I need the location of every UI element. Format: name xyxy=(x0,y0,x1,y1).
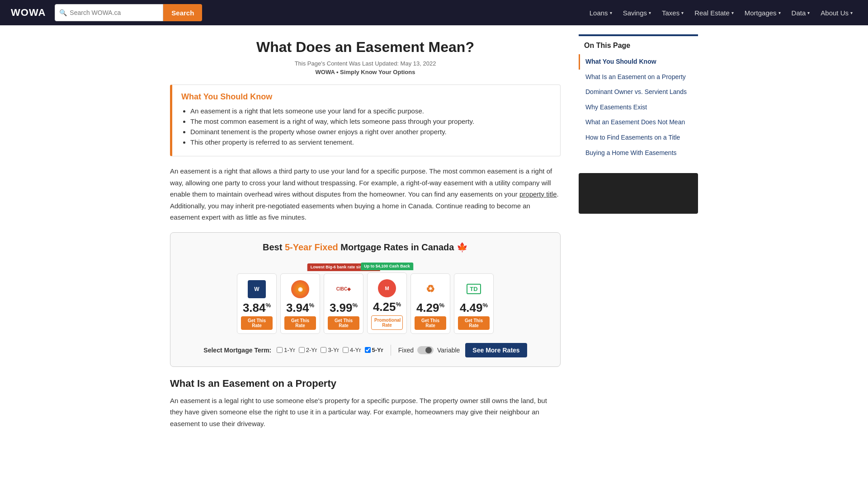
navbar: WOWA 🔍 Search Loans ▾Savings ▾Taxes ▾Rea… xyxy=(0,0,868,25)
nav-item-savings[interactable]: Savings ▾ xyxy=(618,5,656,20)
rate-btn-0[interactable]: Get This Rate xyxy=(241,316,273,330)
rates-controls: Select Mortgage Term: 1-Yr2-Yr3-Yr4-Yr5-… xyxy=(179,343,551,357)
rate-btn-2[interactable]: Get This Rate xyxy=(328,316,359,330)
rate-number-3: 4.25% xyxy=(373,301,401,313)
rate-card-wrapper-2: Lowest Big-6 bank rate since 2022CIBC◆3.… xyxy=(324,273,363,334)
rate-card-wrapper-4: ♻4.29%Get This Rate xyxy=(410,273,450,334)
toc-item-4[interactable]: What an Easement Does Not Mean xyxy=(579,115,698,130)
rates-cards: W3.84%Get This Rate◉3.94%Get This RateLo… xyxy=(179,262,551,334)
toggle-switch[interactable] xyxy=(417,346,434,354)
toc-item-3[interactable]: Why Easements Exist xyxy=(579,100,698,115)
info-bullet: An easement is a right that lets someone… xyxy=(190,107,551,115)
search-input[interactable] xyxy=(55,4,163,21)
toc-list: What You Should KnowWhat Is an Easement … xyxy=(579,54,698,160)
see-more-rates-button[interactable]: See More Rates xyxy=(465,343,527,357)
rates-box: Best 5-Year Fixed Mortgage Rates in Cana… xyxy=(170,232,561,367)
term-checkbox-2-Yr[interactable] xyxy=(299,347,305,353)
rate-card-4: ♻4.29%Get This Rate xyxy=(410,273,450,334)
nav-item-real-estate[interactable]: Real Estate ▾ xyxy=(690,5,738,20)
info-box-bullets: An easement is a right that lets someone… xyxy=(181,107,551,146)
card-logo-0: W xyxy=(247,279,267,299)
rate-number-4: 4.29% xyxy=(416,302,444,314)
sidebar-ad xyxy=(579,173,698,214)
rate-btn-4[interactable]: Get This Rate xyxy=(415,316,446,330)
on-this-page: On This Page What You Should KnowWhat Is… xyxy=(579,34,698,166)
rate-card-1: ◉3.94%Get This Rate xyxy=(280,273,320,334)
info-box: What You Should Know An easement is a ri… xyxy=(170,84,561,156)
rate-btn-5[interactable]: Get This Rate xyxy=(458,316,490,330)
info-bullet: Dominant tenement is the property whose … xyxy=(190,128,551,136)
nav-item-taxes[interactable]: Taxes ▾ xyxy=(657,5,688,20)
card-logo-3: M xyxy=(377,278,397,298)
rate-number-2: 3.99% xyxy=(330,302,358,314)
nav-links: Loans ▾Savings ▾Taxes ▾Real Estate ▾Mort… xyxy=(585,5,857,20)
property-title-link[interactable]: property title xyxy=(519,190,557,198)
search-button[interactable]: Search xyxy=(163,4,202,21)
brand-logo[interactable]: WOWA xyxy=(11,7,46,19)
toc-item-2[interactable]: Dominant Owner vs. Servient Lands xyxy=(579,84,698,100)
term-options: 1-Yr2-Yr3-Yr4-Yr5-Yr xyxy=(277,347,383,353)
info-box-title: What You Should Know xyxy=(181,92,551,102)
nav-item-loans[interactable]: Loans ▾ xyxy=(585,5,617,20)
rate-number-5: 4.49% xyxy=(460,302,488,314)
toc-item-0[interactable]: What You Should Know xyxy=(579,54,698,70)
term-label: Select Mortgage Term: xyxy=(203,347,271,354)
main-content: What Does an Easement Mean? This Page's … xyxy=(170,25,571,438)
rate-badge-3: Up to $4,100 Cash Back xyxy=(361,263,413,271)
section-title: What Is an Easement on a Property xyxy=(170,378,561,389)
fixed-label: Fixed xyxy=(398,347,414,354)
nav-item-mortgages[interactable]: Mortgages ▾ xyxy=(740,5,785,20)
search-icon: 🔍 xyxy=(59,9,67,16)
card-logo-4: ♻ xyxy=(420,279,440,299)
info-bullet: This other property is referred to as se… xyxy=(190,138,551,146)
rate-number-1: 3.94% xyxy=(286,302,314,314)
rate-btn-3[interactable]: Promotional Rate xyxy=(371,315,403,330)
term-checkbox-4-Yr[interactable] xyxy=(343,347,349,353)
canada-flag: 🍁 xyxy=(457,242,468,252)
rate-card-wrapper-3: Up to $4,100 Cash BackM4.25%Promotional … xyxy=(367,272,407,334)
card-logo-1: ◉ xyxy=(290,279,310,299)
rate-number-0: 3.84% xyxy=(243,302,271,314)
article-meta: This Page's Content Was Last Updated: Ma… xyxy=(170,60,561,67)
rate-card-3: M4.25%Promotional Rate xyxy=(367,272,407,334)
sidebar: On This Page What You Should KnowWhat Is… xyxy=(571,25,698,438)
toc-title: On This Page xyxy=(579,42,698,54)
rate-card-0: W3.84%Get This Rate xyxy=(237,273,277,334)
rate-card-5: TD4.49%Get This Rate xyxy=(454,273,494,334)
rates-title-highlight: 5-Year Fixed xyxy=(285,242,338,252)
page-title: What Does an Easement Mean? xyxy=(170,39,561,56)
term-checkbox-5-Yr[interactable] xyxy=(365,347,371,353)
rate-card-wrapper-5: TD4.49%Get This Rate xyxy=(454,273,494,334)
term-option-3-Yr[interactable]: 3-Yr xyxy=(321,347,339,353)
rates-title: Best 5-Year Fixed Mortgage Rates in Cana… xyxy=(179,242,551,253)
nav-item-data[interactable]: Data ▾ xyxy=(787,5,815,20)
rate-btn-1[interactable]: Get This Rate xyxy=(284,316,316,330)
variable-label: Variable xyxy=(437,347,460,354)
nav-item-about-us[interactable]: About Us ▾ xyxy=(816,5,857,20)
fixed-variable-toggle: Fixed Variable xyxy=(398,346,460,354)
term-checkbox-3-Yr[interactable] xyxy=(321,347,326,353)
page-layout: What Does an Easement Mean? This Page's … xyxy=(163,25,705,438)
search-form: 🔍 Search xyxy=(55,4,202,21)
toc-item-1[interactable]: What Is an Easement on a Property xyxy=(579,70,698,85)
toc-item-6[interactable]: Buying a Home With Easements xyxy=(579,145,698,161)
body-intro: An easement is a right that allows a thi… xyxy=(170,165,561,223)
toggle-knob xyxy=(425,347,432,353)
term-checkbox-1-Yr[interactable] xyxy=(277,347,283,353)
rate-card-2: CIBC◆3.99%Get This Rate xyxy=(324,273,363,334)
card-logo-2: CIBC◆ xyxy=(334,279,354,299)
term-option-1-Yr[interactable]: 1-Yr xyxy=(277,347,295,353)
term-option-5-Yr[interactable]: 5-Yr xyxy=(365,347,383,353)
section-body: An easement is a legal right to use some… xyxy=(170,395,561,430)
article-tagline: WOWA • Simply Know Your Options xyxy=(170,69,561,75)
term-option-2-Yr[interactable]: 2-Yr xyxy=(299,347,317,353)
divider xyxy=(391,345,391,356)
toc-item-5[interactable]: How to Find Easements on a Title xyxy=(579,130,698,145)
rate-card-wrapper-1: ◉3.94%Get This Rate xyxy=(280,273,320,334)
card-logo-5: TD xyxy=(464,279,484,299)
rate-card-wrapper-0: W3.84%Get This Rate xyxy=(237,273,277,334)
info-bullet: The most common easement is a right of w… xyxy=(190,117,551,125)
term-option-4-Yr[interactable]: 4-Yr xyxy=(343,347,361,353)
